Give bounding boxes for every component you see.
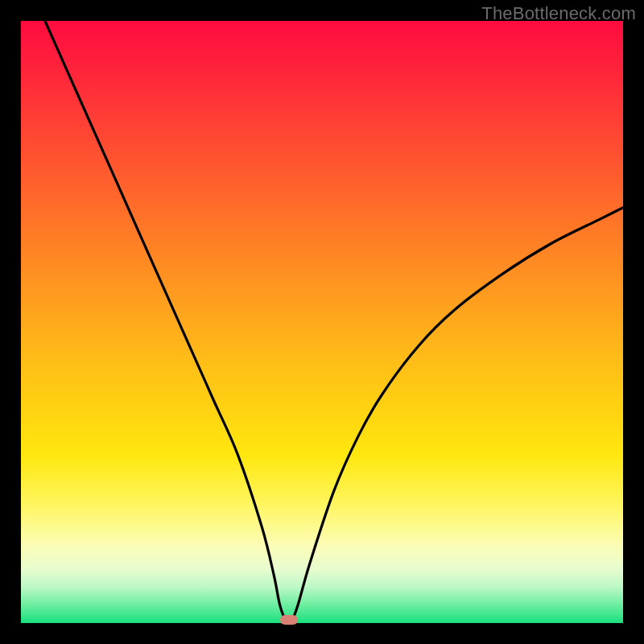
minimum-marker	[280, 615, 298, 625]
watermark-text: TheBottleneck.com	[481, 3, 636, 24]
bottleneck-curve	[21, 21, 623, 623]
chart-frame: TheBottleneck.com	[0, 0, 644, 644]
plot-area	[21, 21, 623, 623]
